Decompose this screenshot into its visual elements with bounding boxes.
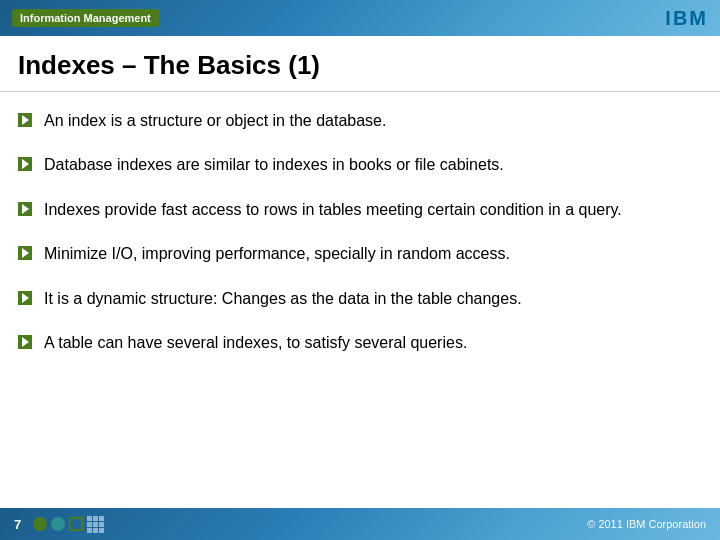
bullet-icon [18, 202, 32, 216]
grid-cell [93, 516, 98, 521]
list-item: Database indexes are similar to indexes … [18, 154, 702, 176]
footer-dot-1 [33, 517, 47, 531]
bullet-text-2: Database indexes are similar to indexes … [44, 154, 504, 176]
footer-dot-2 [51, 517, 65, 531]
bullet-icon [18, 291, 32, 305]
grid-cell [87, 522, 92, 527]
content-area: An index is a structure or object in the… [0, 92, 720, 386]
grid-cell [99, 516, 104, 521]
grid-cell [93, 522, 98, 527]
bullet-icon [18, 335, 32, 349]
grid-cell [99, 528, 104, 533]
grid-cell [87, 516, 92, 521]
page-number: 7 [14, 517, 21, 532]
footer-dot-3 [69, 517, 83, 531]
bullet-text-4: Minimize I/O, improving performance, spe… [44, 243, 510, 265]
grid-cell [99, 522, 104, 527]
bullet-text-1: An index is a structure or object in the… [44, 110, 386, 132]
list-item: A table can have several indexes, to sat… [18, 332, 702, 354]
bullet-icon [18, 246, 32, 260]
footer-grid-pattern [87, 516, 104, 533]
grid-cell [87, 528, 92, 533]
bullet-text-6: A table can have several indexes, to sat… [44, 332, 467, 354]
ibm-logo-text: IBM [665, 8, 708, 28]
bullet-text-3: Indexes provide fast access to rows in t… [44, 199, 622, 221]
bullet-icon [18, 113, 32, 127]
bullet-text-5: It is a dynamic structure: Changes as th… [44, 288, 522, 310]
footer-left: 7 [14, 516, 104, 533]
bullet-icon [18, 157, 32, 171]
list-item: Minimize I/O, improving performance, spe… [18, 243, 702, 265]
copyright-text: © 2011 IBM Corporation [587, 518, 706, 530]
header: Information Management IBM [0, 0, 720, 36]
footer-decorations [33, 516, 104, 533]
list-item: Indexes provide fast access to rows in t… [18, 199, 702, 221]
product-badge: Information Management [12, 9, 159, 27]
page-title: Indexes – The Basics (1) [18, 50, 702, 81]
grid-cell [93, 528, 98, 533]
list-item: An index is a structure or object in the… [18, 110, 702, 132]
ibm-logo: IBM [665, 8, 708, 28]
title-area: Indexes – The Basics (1) [0, 36, 720, 92]
list-item: It is a dynamic structure: Changes as th… [18, 288, 702, 310]
footer: 7 © 2011 IBM Corporation [0, 508, 720, 540]
